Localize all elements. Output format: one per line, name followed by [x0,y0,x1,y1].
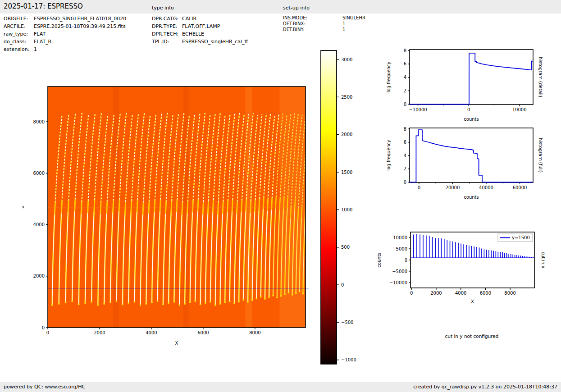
order-tip [299,291,301,292]
order-tip [173,301,175,303]
cut-in-y-note: cut in y not configured [445,333,499,339]
order-tip [238,301,240,303]
order-tip [162,304,164,305]
order-tip [145,303,147,305]
order-tip [134,301,136,303]
order-tip [288,292,290,294]
y-tick-label: 4000 [33,222,45,227]
order-tip [219,303,221,305]
y-tick-label: 10000 [393,235,407,240]
cut-in-x-panel: 020004000600080001000050000−5000−10000Xc… [377,232,546,304]
order-tip [295,292,297,294]
order-tip [84,302,86,304]
side-label: histogram (full) [538,138,543,173]
x-tick-label: −10000 [409,107,427,112]
order-tip [103,303,105,305]
x-axis-label: counts [464,195,479,200]
y-tick-label: 0 [405,258,407,263]
y-tick-label: 8000 [33,119,45,124]
order-tip [200,304,201,305]
colorbar-tick-label: 1000 [341,207,352,212]
order-tip [122,304,123,305]
y-tick-label: 8 [404,48,406,53]
colorbar-panel: 300025002000150010005000−500−1000 [321,50,356,364]
histogram-curve [410,130,533,182]
order-tip [276,296,278,298]
x-tick-label: 0 [46,330,49,335]
order-tip [284,293,286,295]
y-axis-label: counts [377,252,382,267]
order-tip [292,294,293,296]
raw-image-panel: 0200040006000800002000400060008000XY [22,87,313,346]
y-tick-label: 5000 [396,246,407,251]
x-tick-label: 4000 [146,330,157,335]
x-tick-label: 40000 [479,185,493,190]
x-tick-label: 2000 [94,330,105,335]
order-tip [91,301,92,303]
order-tip [128,302,129,304]
y-tick-label: 8 [404,127,406,132]
y-axis-label: log frequency [386,140,391,171]
hist-full-panel: 020000400006000002468countslog frequency… [386,127,543,200]
order-tip [151,301,153,303]
order-tip [178,304,180,306]
order-tip [272,295,274,296]
side-label: histogram (detail) [538,57,543,97]
colorbar-tick-label: 3000 [341,57,352,62]
y-tick-label: 0 [42,325,45,330]
x-tick-label: 6000 [480,291,491,296]
axes-frame [410,50,533,105]
y-tick-label: 6 [404,140,406,145]
footer-powered-by: powered by QC: www.eso.org/HC [4,384,85,390]
colorbar-tick-label: 500 [341,245,350,250]
order-tip [116,301,118,302]
legend-label: y=1500 [512,235,530,240]
y-tick-label: 0 [404,102,406,107]
x-tick-label: 8000 [504,291,515,296]
x-tick-label: 0 [410,291,413,296]
colorbar-tick-label: 1500 [341,170,352,175]
y-tick-label: 0 [404,180,406,185]
order-tip [280,295,282,297]
y-tick-label: 4 [404,75,406,80]
x-tick-label: 4000 [455,291,466,296]
footer-created-by: created by qc_rawdisp.py v1.2.3 on 2025-… [413,384,557,390]
y-tick-label: −5000 [392,269,407,274]
order-stripe-upper [306,115,313,197]
order-tip [210,301,211,303]
side-label: cut in x [541,251,546,268]
x-axis-label: X [471,299,474,304]
y-tick-label: 4 [404,153,406,158]
order-tip [233,302,235,304]
colorbar-bar [321,50,337,364]
colorbar-tick-label: 2500 [341,95,352,100]
x-axis-label: X [175,341,178,346]
order-tip [97,304,99,306]
y-tick-label: 2000 [33,273,45,278]
colorbar-tick-label: 2000 [341,132,352,137]
colorbar-tick-label: −1000 [341,357,356,362]
y-axis-label: log frequency [386,62,391,93]
order-tip [168,302,169,304]
y-tick-label: 2 [404,166,406,171]
x-axis-label: counts [464,117,479,122]
order-tip [260,296,262,298]
x-tick-label: 0 [418,185,420,190]
x-tick-label: 8000 [249,330,260,335]
x-tick-label: 20000 [446,185,460,190]
order-stripe-upper-glow [306,115,313,197]
order-tip [214,304,216,306]
colorbar-tick-label: 0 [341,283,344,287]
axes-frame [410,128,533,182]
order-tip [157,301,159,302]
order-tip [264,298,266,300]
order-tip [242,299,244,301]
order-tip [302,293,304,295]
legend: y=1500 [498,234,533,242]
raw-image-pixels [48,87,313,328]
order-tip [224,301,226,303]
qc-figure-canvas: 0200040006000800002000400060008000XY3000… [0,0,561,392]
order-tip [194,301,196,302]
order-tip [189,301,191,303]
order-tip [247,301,249,303]
